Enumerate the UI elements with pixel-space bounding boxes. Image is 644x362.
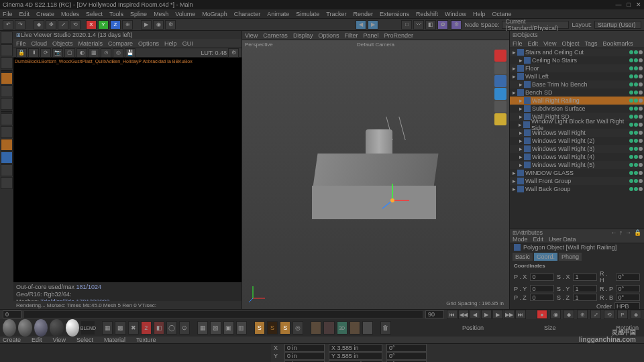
visibility-dot-2[interactable] [639,58,643,62]
visibility-dot-2[interactable] [639,90,643,95]
env-3d-icon[interactable]: 3D [337,321,347,335]
visibility-dot-1[interactable] [634,90,638,95]
env-1-icon[interactable] [311,321,321,335]
tex-4-icon[interactable]: ▥ [236,321,247,335]
visibility-dot-0[interactable] [629,187,633,191]
point-mode-tool[interactable] [1,72,13,84]
timeline-start-button[interactable]: ⏮ [447,310,458,319]
menu-tracker[interactable]: Tracker [326,11,346,17]
edge-mode-tool[interactable] [1,85,13,97]
visibility-dot-2[interactable] [639,50,643,54]
visibility-dot-0[interactable] [629,90,633,95]
object-tree[interactable]: ▸Stairs and Ceiling Cut▸Ceiling No Stair… [510,48,644,229]
visibility-dot-1[interactable] [634,50,638,54]
expand-icon[interactable]: ▸ [519,137,523,144]
attr-nav-up-icon[interactable]: ↑ [620,229,623,236]
tree-row[interactable]: ▸Bench SD [510,88,644,97]
timeline-nextkey-button[interactable]: ▶▶ [504,310,515,319]
attr-field-input[interactable]: 0 [530,274,554,281]
vp-nav-pan-icon[interactable] [494,62,506,74]
attr-field-input[interactable]: 0 [530,285,554,292]
snap-tool[interactable] [1,139,13,151]
lv-lock-button[interactable]: 🔒 [16,48,27,58]
rotate-tool[interactable]: ⟲ [70,20,80,29]
expand-icon[interactable]: ▸ [513,73,516,80]
rot-key-button[interactable]: ⟲ [604,310,614,319]
visibility-dot-2[interactable] [639,66,643,70]
tree-row[interactable]: ▸Windows Wall Right (4) [510,153,644,161]
vp-light-icon[interactable] [494,113,506,125]
visibility-dot-2[interactable] [639,74,643,78]
texture-mode-tool[interactable] [1,44,13,56]
redo-button[interactable]: ↷ [15,20,25,29]
lv-menu-compare[interactable]: Compare [108,40,133,47]
vp-menu-cameras[interactable]: Cameras [263,32,288,39]
visibility-dot-2[interactable] [639,82,643,86]
menu-animate[interactable]: Animate [267,11,289,17]
visibility-dot-0[interactable] [629,163,633,167]
keyframe-sel-button[interactable]: ◆ [564,310,574,319]
coord-rot-field[interactable]: 0° [386,352,427,360]
material-slot-3[interactable] [34,319,48,337]
visibility-dot-0[interactable] [629,147,633,151]
lv-settings-button[interactable]: ⚙ [228,48,239,58]
vp-menu-display[interactable]: Display [293,32,313,39]
lv-menu-objects[interactable]: Objects [52,40,73,47]
visibility-dot-2[interactable] [639,147,643,151]
menu-select[interactable]: Select [86,11,103,17]
tree-row[interactable]: ▸Window Light Block Bar Wall Right Side [510,121,644,129]
attr-tab-coord[interactable]: Coord. [534,253,557,261]
attr-menu-mode[interactable]: Mode [513,236,528,243]
menu-edit[interactable]: Edit [19,11,30,17]
env-2-icon[interactable] [323,321,334,335]
expand-icon[interactable]: ▸ [519,105,523,112]
visibility-dot-0[interactable] [629,155,633,159]
attr-field-input[interactable]: 1 [573,285,597,292]
pos-key-button[interactable]: ⊕ [577,310,588,319]
visibility-dot-0[interactable] [629,115,633,119]
menu-volume[interactable]: Volume [175,11,195,17]
visibility-dot-1[interactable] [634,139,638,143]
obj-menu-bookmarks[interactable]: Bookmarks [602,40,633,47]
attr-nav-back-icon[interactable]: ← [611,229,617,236]
expand-icon[interactable]: ▸ [519,154,523,160]
x-axis-toggle[interactable]: X [86,20,97,29]
tree-row[interactable]: ▸Wall Left [510,72,644,80]
visibility-dot-0[interactable] [629,123,633,127]
tree-row[interactable]: ▸Windows Wall Right (3) [510,145,644,153]
main-viewport[interactable]: Perspective Default Camera [242,40,509,309]
coord-size-field[interactable]: X 3.585 in [329,344,382,352]
obj-menu-tags[interactable]: Tags [584,40,597,47]
visibility-dot-2[interactable] [639,179,643,183]
menu-help[interactable]: Help [473,11,486,17]
expand-icon[interactable]: ▸ [513,65,516,72]
lv-menu-materials[interactable]: Materials [78,40,103,47]
undo-button[interactable]: ↶ [3,20,13,29]
visibility-dot-1[interactable] [634,58,638,62]
render-settings-button[interactable]: ⚙ [165,20,176,29]
visibility-dot-2[interactable] [639,187,643,191]
coord-system-button[interactable]: ⊕ [122,20,133,29]
render-view-button[interactable]: ▶ [141,20,152,29]
timeline-start-field[interactable]: 0 [3,310,21,318]
visibility-dot-0[interactable] [629,66,633,70]
visibility-dot-1[interactable] [634,66,638,70]
substance-s3-icon[interactable]: S [280,321,290,335]
visibility-dot-0[interactable] [629,50,633,54]
tree-row[interactable]: ▸Windows Wall Right (5) [510,161,644,169]
blend-button[interactable]: BLEND [81,321,95,335]
primitive-cube-button[interactable]: □ [401,20,412,29]
gradient-proc-icon[interactable]: ◧ [154,321,164,335]
visibility-dot-0[interactable] [629,58,633,62]
visibility-dot-0[interactable] [629,107,633,111]
attr-lock-icon[interactable]: 🔒 [634,229,641,236]
visibility-dot-1[interactable] [634,99,638,103]
coord-rot-field[interactable]: 0° [386,344,427,352]
attr-field-input[interactable]: 0 [530,294,554,301]
polygon-mode-tool[interactable] [1,98,13,110]
attr-nav-fwd-icon[interactable]: → [625,229,631,236]
visibility-dot-2[interactable] [639,163,643,167]
attr-field-input[interactable]: 0° [616,274,640,281]
timeline-track[interactable] [24,311,423,318]
visibility-dot-1[interactable] [634,123,638,127]
